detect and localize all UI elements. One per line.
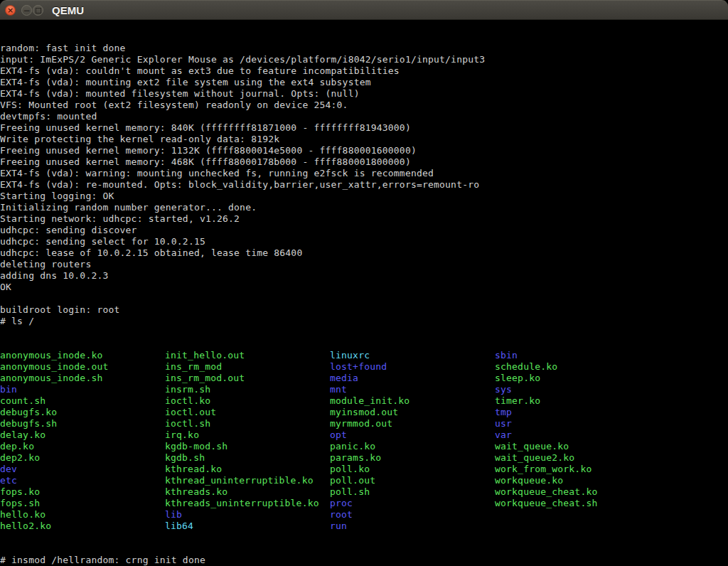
ls-output: anonymous_inode.koanonymous_inode.outano… (0, 350, 728, 532)
ls-column: sbinschedule.kosleep.kosystimer.kotmpusr… (495, 350, 597, 509)
file-entry: poll.sh (330, 486, 410, 498)
file-entry: ioctl.out (165, 407, 319, 418)
file-entry: module_init.ko (330, 395, 410, 407)
file-entry: lib64 (165, 520, 319, 532)
file-entry: kthread_uninterruptible.ko (165, 475, 319, 486)
file-entry: sbin (495, 350, 597, 361)
file-entry: dep.ko (0, 441, 109, 452)
minimize-button[interactable]: − (21, 5, 32, 16)
terminal-line: Freeing unused kernel memory: 840K (ffff… (0, 122, 728, 134)
minimize-icon: − (23, 6, 30, 15)
terminal-line: VFS: Mounted root (ext2 filesystem) read… (0, 100, 728, 111)
terminal-line: deleting routers (0, 259, 728, 270)
file-entry: count.sh (0, 395, 109, 407)
file-entry: schedule.ko (495, 361, 597, 373)
terminal-line: devtmpfs: mounted (0, 111, 728, 122)
file-entry: fops.ko (0, 486, 109, 498)
file-entry: usr (495, 418, 597, 429)
close-button[interactable]: × (5, 5, 16, 16)
file-entry: wait_queue.ko (495, 441, 597, 452)
file-entry: sleep.ko (495, 373, 597, 384)
terminal-line: OK (0, 282, 728, 293)
terminal-screen[interactable]: random: fast init doneinput: ImExPS/2 Ge… (0, 20, 728, 566)
terminal-line: Freeing unused kernel memory: 468K (ffff… (0, 156, 728, 168)
file-entry: dev (0, 464, 109, 475)
file-entry: ioctl.ko (165, 395, 319, 407)
file-entry: kthreads.ko (165, 486, 319, 498)
terminal-line: buildroot login: root (0, 304, 728, 316)
file-entry: work_from_work.ko (495, 464, 597, 475)
terminal-line: EXT4-fs (vda): couldn't mount as ext3 du… (0, 65, 728, 77)
file-entry: poll.out (330, 475, 410, 486)
file-entry: kthreads_uninterruptible.ko (165, 498, 319, 509)
terminal-line: Initializing random number generator... … (0, 202, 728, 213)
file-entry: panic.ko (330, 441, 410, 452)
file-entry: hello.ko (0, 509, 109, 520)
file-entry: proc (330, 498, 410, 509)
file-entry: dep2.ko (0, 452, 109, 464)
file-entry: opt (330, 429, 410, 441)
file-entry: anonymous_inode.out (0, 361, 109, 373)
file-entry: workqueue.ko (495, 475, 597, 486)
terminal-line: input: ImExPS/2 Generic Explorer Mouse a… (0, 54, 728, 65)
terminal-line: Starting network: udhcpc: started, v1.26… (0, 213, 728, 225)
file-entry: bin (0, 384, 109, 395)
ls-column: init_hello.outins_rm_modins_rm_mod.outin… (165, 350, 319, 532)
file-entry: timer.ko (495, 395, 597, 407)
file-entry: root (330, 509, 410, 520)
file-entry: ioctl.sh (165, 418, 319, 429)
file-entry: etc (0, 475, 109, 486)
file-entry: params.ko (330, 452, 410, 464)
terminal-line: EXT4-fs (vda): warning: mounting uncheck… (0, 168, 728, 179)
file-entry: anonymous_inode.ko (0, 350, 109, 361)
terminal-line: # insmod /hellrandom: crng init done (0, 555, 728, 566)
terminal-line (0, 293, 728, 304)
file-entry: kgdb.sh (165, 452, 319, 464)
terminal-line: # ls / (0, 316, 728, 327)
file-entry: workqueue_cheat.ko (495, 486, 597, 498)
terminal-line: udhcpc: sending discover (0, 225, 728, 236)
terminal-line: random: fast init done (0, 43, 728, 54)
file-entry: myinsmod.out (330, 407, 410, 418)
file-entry: kgdb-mod.sh (165, 441, 319, 452)
file-entry: run (330, 520, 410, 532)
boot-log: random: fast init doneinput: ImExPS/2 Ge… (0, 43, 728, 327)
terminal-line: EXT4-fs (vda): mounted filesystem withou… (0, 88, 728, 100)
file-entry: media (330, 373, 410, 384)
terminal-line: Starting logging: OK (0, 191, 728, 202)
file-entry: poll.ko (330, 464, 410, 475)
file-entry: fops.sh (0, 498, 109, 509)
file-entry: linuxrc (330, 350, 410, 361)
file-entry: sys (495, 384, 597, 395)
file-entry: debugfs.ko (0, 407, 109, 418)
terminal-line: udhcpc: sending select for 10.0.2.15 (0, 236, 728, 247)
file-entry: insrm.sh (165, 384, 319, 395)
terminal-line: EXT4-fs (vda): re-mounted. Opts: block_v… (0, 179, 728, 191)
file-entry: ins_rm_mod.out (165, 373, 319, 384)
file-entry: lib (165, 509, 319, 520)
file-entry: myrmmod.out (330, 418, 410, 429)
terminal-line: udhcpc: lease of 10.0.2.15 obtained, lea… (0, 247, 728, 259)
file-entry: wait_queue2.ko (495, 452, 597, 464)
file-entry: workqueue_cheat.sh (495, 498, 597, 509)
file-entry: ins_rm_mod (165, 361, 319, 373)
qemu-window: × − QEMU random: fast init doneinput: Im… (0, 0, 728, 566)
file-entry: irq.ko (165, 429, 319, 441)
shell-tail: # insmod /hellrandom: crng init done# in… (0, 555, 728, 566)
titlebar[interactable]: × − QEMU (0, 0, 728, 20)
file-entry: debugfs.sh (0, 418, 109, 429)
file-entry: kthread.ko (165, 464, 319, 475)
terminal-line: adding dns 10.0.2.3 (0, 270, 728, 282)
file-entry: delay.ko (0, 429, 109, 441)
terminal-line: EXT4-fs (vda): mounting ext2 file system… (0, 77, 728, 88)
file-entry: mnt (330, 384, 410, 395)
file-entry: anonymous_inode.sh (0, 373, 109, 384)
maximize-button[interactable] (33, 5, 43, 16)
file-entry: var (495, 429, 597, 441)
ls-column: linuxrclost+foundmediamntmodule_init.kom… (330, 350, 410, 532)
terminal-line: Freeing unused kernel memory: 1132K (fff… (0, 145, 728, 156)
file-entry: tmp (495, 407, 597, 418)
maximize-icon (36, 8, 41, 14)
close-icon: × (7, 6, 14, 14)
file-entry: lost+found (330, 361, 410, 373)
